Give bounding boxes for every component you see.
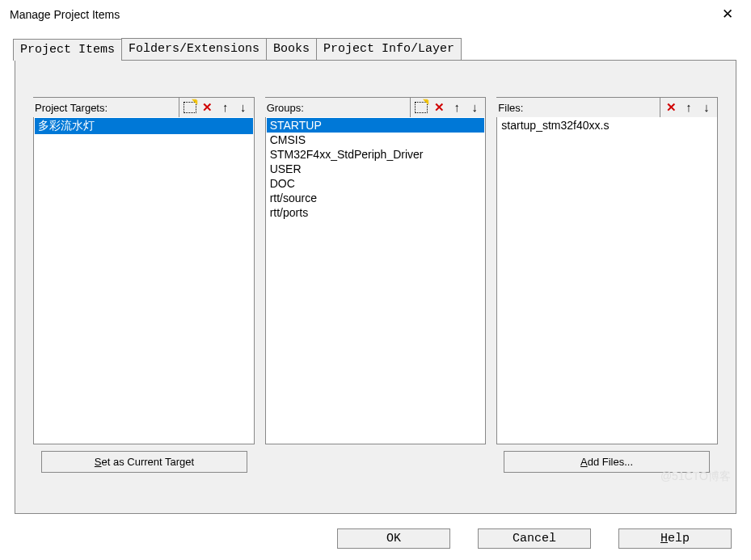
titlebar: Manage Project Items ✕ <box>0 0 751 28</box>
list-item[interactable]: startup_stm32f40xx.s <box>498 118 716 133</box>
tab-project-items[interactable]: Project Items <box>13 39 122 61</box>
move-target-up-icon[interactable] <box>217 99 234 116</box>
lower-buttons: Set as Current Target Add Files... <box>33 451 718 473</box>
add-files-button[interactable]: Add Files... <box>504 451 710 473</box>
tab-books[interactable]: Books <box>266 38 317 60</box>
groups-toolbar: ✕ <box>410 98 486 118</box>
groups-label: Groups: <box>265 102 304 114</box>
files-label: Files: <box>496 102 523 114</box>
new-group-icon[interactable] <box>412 99 430 116</box>
close-icon[interactable]: ✕ <box>714 2 741 26</box>
list-item[interactable]: rtt/source <box>267 191 485 205</box>
move-file-down-icon[interactable] <box>698 99 715 116</box>
move-target-down-icon[interactable] <box>234 99 252 116</box>
files-listbox[interactable]: startup_stm32f40xx.s <box>496 117 718 444</box>
list-item[interactable]: STARTUP <box>267 118 485 133</box>
list-item[interactable]: 多彩流水灯 <box>35 118 253 134</box>
list-item[interactable]: DOC <box>267 176 485 191</box>
cancel-button[interactable]: Cancel <box>478 528 591 549</box>
list-item[interactable]: CMSIS <box>267 133 485 147</box>
move-file-up-icon[interactable] <box>680 99 698 116</box>
tab-folders-extensions[interactable]: Folders/Extensions <box>121 38 267 60</box>
delete-group-icon[interactable]: ✕ <box>430 99 448 116</box>
set-current-target-button[interactable]: Set as Current Target <box>41 451 247 473</box>
new-target-icon[interactable] <box>181 99 199 116</box>
dialog-buttons: OK Cancel Help <box>0 528 751 549</box>
files-column: Files: ✕ startup_stm32f40xx.s <box>496 97 718 444</box>
window-title: Manage Project Items <box>10 8 120 21</box>
groups-column: Groups: ✕ STARTUP CMSIS STM32F4xx_StdPer… <box>265 97 487 444</box>
dialog-body: Project Items Folders/Extensions Books P… <box>0 28 751 528</box>
move-group-down-icon[interactable] <box>466 99 483 116</box>
ok-button[interactable]: OK <box>337 528 450 549</box>
list-item[interactable]: STM32F4xx_StdPeriph_Driver <box>267 147 485 162</box>
delete-target-icon[interactable]: ✕ <box>199 99 217 116</box>
move-group-up-icon[interactable] <box>448 99 466 116</box>
help-button[interactable]: Help <box>618 528 732 549</box>
tab-project-info-layer[interactable]: Project Info/Layer <box>316 38 462 60</box>
targets-column: Project Targets: ✕ 多彩流水灯 <box>33 97 255 444</box>
groups-listbox[interactable]: STARTUP CMSIS STM32F4xx_StdPeriph_Driver… <box>265 117 487 444</box>
targets-label: Project Targets: <box>33 102 108 114</box>
targets-toolbar: ✕ <box>179 98 255 118</box>
list-item[interactable]: USER <box>267 162 485 176</box>
tabstrip: Project Items Folders/Extensions Books P… <box>13 38 736 60</box>
targets-listbox[interactable]: 多彩流水灯 <box>33 117 255 444</box>
tab-panel: Project Targets: ✕ 多彩流水灯 Groups: <box>15 60 736 514</box>
files-toolbar: ✕ <box>660 98 718 118</box>
delete-file-icon[interactable]: ✕ <box>662 99 680 116</box>
list-item[interactable]: rtt/ports <box>267 205 485 220</box>
